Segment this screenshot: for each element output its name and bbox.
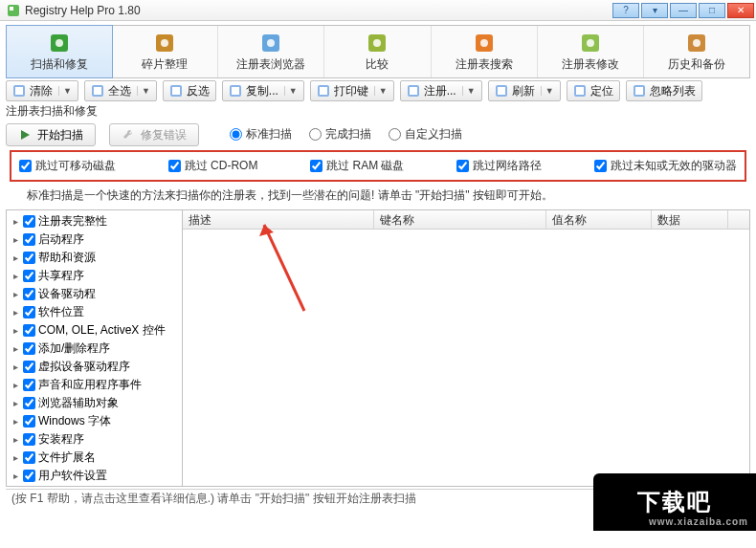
tree-checkbox[interactable] (23, 397, 35, 409)
expand-icon[interactable]: ▸ (11, 362, 20, 372)
tree-item[interactable]: ▸软件位置 (9, 303, 180, 321)
tree-checkbox[interactable] (23, 470, 35, 482)
column-keyname[interactable]: 键名称 (374, 210, 546, 229)
svg-point-9 (373, 39, 381, 47)
sub-btn-ignore-list[interactable]: 忽略列表 (626, 80, 702, 101)
scan-mode-radio[interactable] (230, 128, 242, 141)
help-button[interactable]: ? (612, 3, 639, 18)
skip-label: 跳过未知或无效的驱动器 (611, 158, 737, 174)
dropdown-icon[interactable]: ▼ (58, 86, 72, 96)
main-tab-compare[interactable]: 比较 (324, 26, 431, 77)
tree-item[interactable]: ▸共享程序 (9, 267, 180, 285)
minimize-button[interactable]: — (670, 3, 697, 18)
sub-btn-printer[interactable]: 打印键▼ (310, 80, 394, 101)
tree-item[interactable]: ▸声音和应用程序事件 (9, 376, 180, 394)
tree-item[interactable]: ▸注册表完整性 (9, 212, 180, 230)
dropdown-icon[interactable]: ▼ (462, 86, 476, 96)
column-data[interactable]: 数据 (652, 210, 728, 229)
tree-item[interactable]: ▸设备驱动程 (9, 285, 180, 303)
tree-checkbox[interactable] (23, 342, 35, 355)
expand-icon[interactable]: ▸ (11, 216, 20, 227)
main-tab-modify[interactable]: 注册表修改 (538, 26, 644, 77)
maximize-button[interactable]: □ (699, 3, 725, 18)
tree-checkbox[interactable] (23, 415, 35, 427)
sub-btn-invert[interactable]: 反选 (163, 80, 216, 101)
scan-mode-complete[interactable]: 完成扫描 (309, 126, 371, 142)
dropdown-icon[interactable]: ▼ (541, 86, 554, 96)
scan-mode-standard[interactable]: 标准扫描 (230, 126, 292, 142)
tree-item[interactable]: ▸浏览器辅助对象 (9, 394, 180, 412)
expand-icon[interactable]: ▸ (11, 289, 20, 299)
sub-btn-refresh[interactable]: 刷新▼ (488, 80, 561, 101)
tree-checkbox[interactable] (23, 306, 35, 318)
sub-btn-select-all[interactable]: 全选▼ (84, 80, 157, 101)
sub-btn-copy[interactable]: 复制...▼ (222, 80, 304, 101)
sub-btn-regedit[interactable]: 注册...▼ (400, 80, 482, 101)
tree-checkbox[interactable] (23, 233, 35, 246)
skip-checkbox[interactable] (168, 160, 181, 172)
tree-checkbox[interactable] (23, 361, 35, 373)
main-tab-defrag[interactable]: 碎片整理 (112, 26, 218, 77)
tree-item[interactable]: ▸虚拟设备驱动程序 (9, 358, 180, 376)
expand-icon[interactable]: ▸ (11, 271, 20, 281)
expand-icon[interactable]: ▸ (11, 343, 20, 354)
scan-mode-custom[interactable]: 自定义扫描 (389, 126, 462, 142)
tree-item[interactable]: ▸安装程序 (9, 430, 180, 449)
main-tab-history[interactable]: 历史和备份 (644, 26, 749, 77)
skip-cdrom[interactable]: 跳过 CD-ROM (168, 158, 258, 174)
category-tree[interactable]: ▸注册表完整性▸启动程序▸帮助和资源▸共享程序▸设备驱动程▸软件位置▸COM, … (7, 210, 183, 486)
expand-icon[interactable]: ▸ (11, 325, 20, 336)
expand-icon[interactable]: ▸ (11, 452, 20, 463)
expand-icon[interactable]: ▸ (11, 398, 20, 408)
sub-btn-clear[interactable]: 清除▼ (6, 80, 78, 101)
start-scan-button[interactable]: 开始扫描 (6, 123, 96, 146)
skip-unknown[interactable]: 跳过未知或无效的驱动器 (594, 158, 737, 174)
tree-checkbox[interactable] (23, 433, 35, 446)
tree-item[interactable]: ▸Windows 字体 (9, 412, 180, 430)
tree-checkbox[interactable] (23, 451, 35, 464)
tree-item[interactable]: ▸帮助和资源 (9, 249, 180, 267)
sub-btn-locate[interactable]: 定位 (567, 80, 620, 101)
dropdown-icon[interactable]: ▼ (284, 86, 298, 96)
fix-errors-button[interactable]: 修复错误 (109, 123, 199, 146)
expand-icon[interactable]: ▸ (11, 380, 20, 390)
scan-mode-radio[interactable] (389, 128, 401, 141)
expand-icon[interactable]: ▸ (11, 234, 20, 245)
tree-checkbox[interactable] (23, 288, 35, 300)
skip-checkbox[interactable] (19, 160, 32, 172)
column-valuename[interactable]: 值名称 (546, 210, 652, 229)
column-desc[interactable]: 描述 (183, 210, 374, 229)
main-tab-scan-repair[interactable]: 扫描和修复 (6, 25, 113, 78)
skip-ram[interactable]: 跳过 RAM 磁盘 (310, 158, 404, 174)
tree-checkbox[interactable] (23, 252, 35, 264)
dropdown-icon[interactable]: ▼ (374, 86, 388, 96)
tree-item[interactable]: ▸用户软件设置 (9, 467, 180, 485)
skip-checkbox[interactable] (310, 160, 322, 172)
expand-icon[interactable]: ▸ (11, 307, 20, 318)
tree-checkbox[interactable] (23, 215, 35, 228)
dropdown-button[interactable]: ▾ (641, 3, 668, 18)
expand-icon[interactable]: ▸ (11, 252, 20, 263)
scan-mode-radio[interactable] (309, 128, 322, 141)
expand-icon[interactable]: ▸ (11, 434, 20, 445)
expand-icon[interactable]: ▸ (11, 416, 20, 427)
skip-checkbox[interactable] (456, 160, 469, 172)
dropdown-icon[interactable]: ▼ (137, 86, 150, 96)
skip-network[interactable]: 跳过网络路径 (456, 158, 542, 174)
tree-checkbox[interactable] (23, 270, 35, 282)
tree-item[interactable]: ▸系统软件设置 (9, 485, 180, 486)
expand-icon[interactable]: ▸ (11, 471, 20, 481)
tree-item[interactable]: ▸启动程序 (9, 230, 180, 249)
tree-label: 文件扩展名 (38, 449, 96, 466)
skip-removable[interactable]: 跳过可移动磁盘 (19, 158, 116, 174)
tree-item[interactable]: ▸文件扩展名 (9, 449, 180, 467)
tree-item[interactable]: ▸COM, OLE, ActiveX 控件 (9, 321, 180, 340)
main-tab-browser[interactable]: 注册表浏览器 (218, 26, 324, 77)
main-tab-search[interactable]: 注册表搜索 (432, 26, 538, 77)
tree-label: 设备驱动程 (38, 286, 96, 302)
tree-item[interactable]: ▸添加/删除程序 (9, 340, 180, 358)
tree-checkbox[interactable] (23, 324, 35, 337)
tree-checkbox[interactable] (23, 379, 35, 391)
skip-checkbox[interactable] (594, 160, 607, 172)
close-button[interactable]: ✕ (727, 3, 754, 18)
